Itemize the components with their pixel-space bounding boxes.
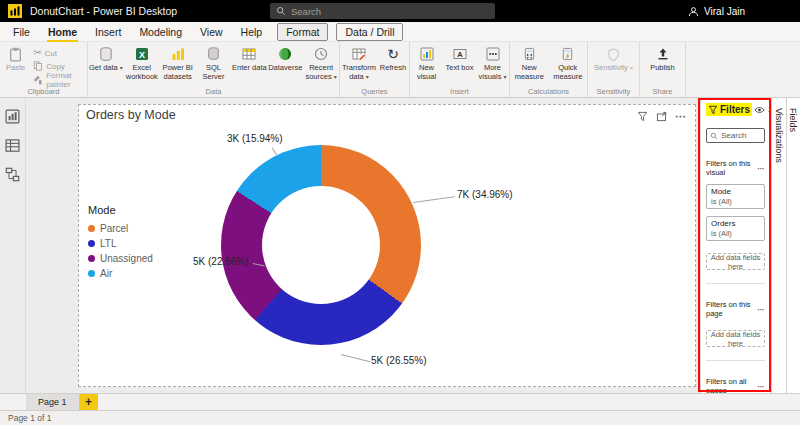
report-canvas[interactable]: Orders by Mode ⋯ Mode Parcel	[26, 98, 700, 393]
section-more-icon[interactable]: ⋯	[757, 305, 765, 314]
visual-title: Orders by Mode	[86, 108, 176, 122]
global-search-input[interactable]	[291, 6, 471, 17]
legend-dot	[88, 270, 95, 277]
filters-header: Filters ›	[706, 103, 765, 116]
tab-file[interactable]: File	[4, 23, 39, 41]
dataverse-button[interactable]: Dataverse	[267, 45, 303, 85]
menu-bar: File Home Insert Modeling View Help Form…	[0, 22, 800, 42]
fields-pane-tab[interactable]: Fields	[786, 98, 800, 393]
donut-chart-visual[interactable]: Orders by Mode ⋯ Mode Parcel	[78, 104, 696, 387]
cut-icon: ✂	[33, 48, 41, 58]
filter-card-mode[interactable]: Mode is (All)	[706, 184, 765, 209]
copy-button[interactable]: Copy	[33, 61, 87, 71]
right-panel-tabs: Visualizations Fields	[771, 98, 800, 393]
collapse-chevron-icon[interactable]: ›	[768, 104, 770, 115]
eye-icon[interactable]	[754, 106, 765, 114]
recent-sources-button[interactable]: Recent sources ▾	[303, 45, 339, 85]
label-ltl: 5K (26.55%)	[371, 355, 427, 366]
label-unassigned: 5K (22.56%)	[193, 256, 249, 267]
donut-ring[interactable]	[221, 145, 421, 345]
shield-icon	[607, 46, 620, 62]
powerbi-datasets-icon	[171, 46, 185, 62]
tab-format[interactable]: Format	[277, 23, 328, 41]
divider	[706, 360, 765, 361]
new-measure-button[interactable]: New measure	[510, 45, 549, 85]
new-visual-icon	[420, 46, 434, 62]
global-search[interactable]	[270, 3, 495, 19]
focus-mode-icon[interactable]	[656, 111, 667, 122]
tab-help[interactable]: Help	[232, 23, 272, 41]
legend-dot	[88, 225, 95, 232]
legend-item-ltl[interactable]: LTL	[88, 236, 153, 251]
cut-button[interactable]: ✂ Cut	[33, 48, 87, 58]
more-visuals-icon	[486, 46, 500, 62]
tab-data-drill[interactable]: Data / Drill	[336, 23, 403, 41]
refresh-button[interactable]: ↻ Refresh	[378, 45, 408, 85]
publish-icon	[656, 46, 670, 62]
format-painter-button[interactable]: Format painter	[33, 74, 87, 85]
copy-icon	[33, 61, 43, 71]
paste-button[interactable]: Paste	[4, 45, 27, 85]
add-fields-dropzone-page[interactable]: Add data fields here	[706, 330, 765, 347]
publish-button[interactable]: Publish	[642, 45, 684, 85]
powerbi-desktop-window: DonutChart - Power BI Desktop Viral Jain…	[0, 0, 800, 425]
add-fields-dropzone-visual[interactable]: Add data fields here	[706, 253, 765, 270]
add-page-button[interactable]: +	[80, 394, 98, 410]
ribbon-group-clipboard: Paste ✂ Cut Copy	[0, 42, 88, 97]
dataverse-icon	[278, 46, 292, 62]
powerbi-logo-icon	[8, 4, 22, 18]
more-visuals-button[interactable]: More visuals ▾	[476, 45, 509, 85]
section-more-icon[interactable]: ⋯	[757, 382, 765, 391]
filters-search-input[interactable]	[721, 131, 763, 140]
section-filters-on-page: Filters on this page ⋯	[706, 300, 765, 318]
svg-text:X: X	[139, 50, 145, 60]
tab-insert[interactable]: Insert	[86, 23, 130, 41]
filter-card-orders[interactable]: Orders is (All)	[706, 216, 765, 241]
legend-dot	[88, 255, 95, 262]
view-switcher	[0, 98, 26, 393]
section-filters-on-visual: Filters on this visual ⋯	[706, 159, 765, 177]
label-parcel: 7K (34.96%)	[457, 189, 513, 200]
data-view-icon[interactable]	[5, 137, 21, 153]
model-view-icon[interactable]	[5, 166, 21, 182]
report-view-icon[interactable]	[5, 108, 21, 124]
enter-data-button[interactable]: Enter data	[231, 45, 267, 85]
database-icon	[99, 46, 113, 62]
filter-funnel-icon[interactable]	[637, 111, 648, 122]
section-more-icon[interactable]: ⋯	[757, 164, 765, 173]
legend-item-parcel[interactable]: Parcel	[88, 221, 153, 236]
ribbon-group-queries: Transform data ▾ ↻ Refresh Queries	[340, 42, 410, 97]
paste-icon	[8, 46, 23, 62]
ribbon-group-calculations: New measure Quick measure Calculations	[510, 42, 588, 97]
window-title: DonutChart - Power BI Desktop	[30, 5, 177, 17]
sql-server-button[interactable]: SQL Server	[196, 45, 232, 85]
chart-legend: Mode Parcel LTL Unassigned	[88, 204, 153, 281]
divider	[706, 283, 765, 284]
visualizations-pane-tab[interactable]: Visualizations	[771, 98, 786, 393]
sensitivity-button[interactable]: Sensitivity ▾	[590, 45, 638, 85]
caret-down-icon: ▾	[366, 74, 369, 80]
new-visual-button[interactable]: New visual	[410, 45, 443, 85]
account-menu[interactable]: Viral Jain	[688, 0, 745, 22]
transform-data-button[interactable]: Transform data ▾	[340, 45, 378, 85]
powerbi-datasets-button[interactable]: Power BI datasets	[160, 45, 196, 85]
sql-server-icon	[207, 46, 220, 62]
page-tab-page1[interactable]: Page 1	[26, 394, 80, 410]
title-bar: DonutChart - Power BI Desktop Viral Jain	[0, 0, 800, 22]
get-data-button[interactable]: Get data ▾	[88, 45, 124, 85]
filters-search[interactable]	[706, 128, 765, 143]
legend-item-air[interactable]: Air	[88, 266, 153, 281]
quick-measure-button[interactable]: Quick measure	[549, 45, 588, 85]
legend-item-unassigned[interactable]: Unassigned	[88, 251, 153, 266]
tab-modeling[interactable]: Modeling	[130, 23, 191, 41]
legend-dot	[88, 240, 95, 247]
legend-title: Mode	[88, 204, 153, 216]
excel-workbook-button[interactable]: X Excel workbook	[124, 45, 160, 85]
text-box-button[interactable]: A Text box	[443, 45, 476, 85]
tab-view[interactable]: View	[191, 23, 232, 41]
visual-header: ⋯	[637, 110, 687, 123]
page-indicator: Page 1 of 1	[8, 413, 51, 423]
more-options-icon[interactable]: ⋯	[675, 110, 687, 123]
caret-down-icon: ▾	[334, 74, 337, 80]
tab-home[interactable]: Home	[39, 23, 86, 41]
